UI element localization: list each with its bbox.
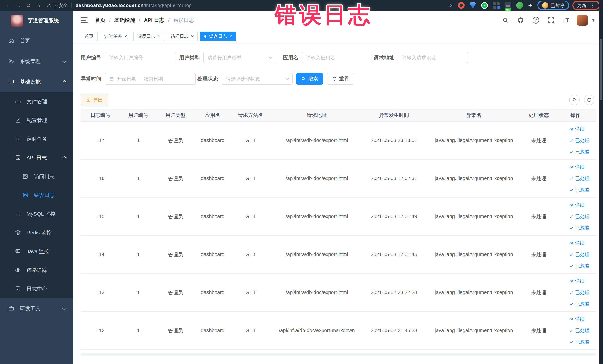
github-icon[interactable] <box>517 16 524 24</box>
sidebar-item-file[interactable]: 文件管理 <box>0 92 73 111</box>
breadcrumb-item[interactable]: 基础设施 <box>114 17 135 24</box>
sidebar-item-job[interactable]: 定时任务 <box>0 130 73 148</box>
sidebar-logo[interactable]: 芋道管理系统 <box>0 11 73 30</box>
search-button[interactable]: 搜索 <box>296 73 323 84</box>
font-size-icon[interactable]: TT <box>563 17 569 23</box>
action-detail-link[interactable]: 详细 <box>569 164 585 170</box>
user-id-input[interactable]: 请输入用户编号 <box>105 52 176 63</box>
browser-menu-dots-icon[interactable]: ⋮ <box>590 2 595 8</box>
sidebar-item-access-log[interactable]: 访问日志 <box>0 167 73 186</box>
refresh-table-button[interactable] <box>584 95 594 105</box>
browser-reload-icon[interactable]: ↻ <box>23 2 33 9</box>
sidebar-item-tools[interactable]: 研发工具 <box>0 298 73 319</box>
scrollbar-thumb[interactable] <box>600 39 602 100</box>
reset-button[interactable]: 重置 <box>327 73 354 84</box>
sidebar-item-redis[interactable]: Redis 监控 <box>0 223 73 242</box>
extensions-puzzle-icon[interactable]: ✦ <box>528 2 533 9</box>
select-chevron-icon <box>285 76 289 80</box>
action-ignored-link[interactable]: 已忽略 <box>569 301 590 307</box>
extension-grid-dot <box>497 6 500 9</box>
user-avatar[interactable] <box>577 15 588 26</box>
exception-time-range-picker[interactable]: 开始日期 - 结束日期 <box>105 73 196 84</box>
url-text[interactable]: dashboard.yudao.iocoder.cn/infra/log/api… <box>75 3 192 8</box>
close-icon[interactable]: × <box>230 34 232 39</box>
browser-update-button[interactable]: 更新 ⋮ <box>572 1 600 10</box>
action-ignored-link[interactable]: 已忽略 <box>569 187 590 193</box>
eye-icon <box>569 317 574 321</box>
extension-orange-icon[interactable] <box>458 2 464 9</box>
close-icon[interactable]: × <box>191 34 194 39</box>
close-icon[interactable]: × <box>158 34 160 39</box>
extension-shield-icon[interactable] <box>470 2 476 9</box>
paused-extension-badge[interactable]: 已暂停 <box>537 0 569 10</box>
cell-log-id: 115 <box>81 198 120 235</box>
browser-forward-icon[interactable]: → <box>13 2 23 9</box>
sidebar-item-infra[interactable]: 基础设施 <box>0 71 73 92</box>
browser-back-icon[interactable]: ← <box>3 2 13 9</box>
security-label[interactable]: 不安全 <box>54 2 68 9</box>
close-icon[interactable]: × <box>124 34 127 39</box>
action-processed-link[interactable]: 已处理 <box>569 327 590 334</box>
request-url-input[interactable]: 请输入请求地址 <box>398 52 468 63</box>
cell-user-type: 管理员 <box>156 198 195 235</box>
process-status-select[interactable]: 请选择处理状态 <box>221 73 292 84</box>
logo-avatar <box>11 15 23 26</box>
extension-green-check-icon[interactable]: ✓ <box>481 2 488 9</box>
document-edit-icon <box>22 192 28 198</box>
fullscreen-icon[interactable] <box>547 16 555 24</box>
hamburger-icon[interactable] <box>81 17 88 23</box>
hide-search-button[interactable] <box>569 95 580 105</box>
col-log-id: 日志编号 <box>81 109 120 121</box>
action-processed-link[interactable]: 已处理 <box>569 137 590 144</box>
sidebar-item-config[interactable]: 配置管理 <box>0 111 73 130</box>
avatar-caret-icon[interactable]: ▾ <box>592 18 594 23</box>
action-detail-link[interactable]: 详细 <box>569 240 585 246</box>
breadcrumb-item[interactable]: 首页 <box>95 17 105 24</box>
action-detail-link[interactable]: 详细 <box>569 202 585 208</box>
tab-job-log[interactable]: 调度日志× <box>133 32 164 41</box>
cell-method: GET <box>231 273 270 312</box>
app-name-input[interactable]: 请输入应用名 <box>302 52 372 63</box>
sidebar-item-system[interactable]: 系统管理 <box>0 51 73 71</box>
action-processed-link[interactable]: 已处理 <box>569 251 590 258</box>
sidebar-item-trace[interactable]: 链路追踪 <box>0 261 73 280</box>
check-icon <box>569 290 574 295</box>
check-icon <box>569 150 574 154</box>
action-processed-link[interactable]: 已处理 <box>569 213 590 220</box>
action-detail-link[interactable]: 详细 <box>569 126 585 132</box>
action-processed-link[interactable]: 已处理 <box>569 289 590 296</box>
action-ignored-link[interactable]: 已忽略 <box>569 339 590 345</box>
tab-home[interactable]: 首页 <box>81 32 98 41</box>
action-ignored-link[interactable]: 已忽略 <box>569 225 590 231</box>
sidebar-item-api-log[interactable]: API 日志 <box>0 148 73 167</box>
sidebar-item-mysql[interactable]: MySQL 监控 <box>0 205 73 223</box>
help-icon[interactable]: ? <box>532 16 540 24</box>
cell-actions: 详细 已处理 已忽略 <box>555 159 596 198</box>
breadcrumb-separator: / <box>109 17 111 23</box>
tab-job[interactable]: 定时任务× <box>100 32 131 41</box>
extension-switch-icon[interactable]: on <box>505 2 511 9</box>
action-ignored-link[interactable]: 已忽略 <box>569 149 590 155</box>
address-bar[interactable]: ⚠ 不安全 dashboard.yudao.iocoder.cn/infra/l… <box>47 2 192 9</box>
logo-title: 芋道管理系统 <box>28 17 59 24</box>
cell-process-status: 未处理 <box>523 159 555 198</box>
tab-error-log[interactable]: 错误日志× <box>200 32 236 41</box>
browser-home-icon[interactable]: ⌂ <box>33 2 43 9</box>
bookmark-star-icon[interactable]: ☆ <box>447 2 453 9</box>
cell-exception-time: 2021-05-03 12:01:45 <box>363 235 425 273</box>
export-button[interactable]: 导出 <box>81 94 108 106</box>
tab-access-log[interactable]: 访问日志× <box>167 32 198 41</box>
sidebar-item-java[interactable]: Java 监控 <box>0 242 73 261</box>
action-detail-link[interactable]: 详细 <box>569 278 585 284</box>
sidebar-item-error-log[interactable]: 错误日志 <box>0 186 73 205</box>
user-type-select[interactable]: 请选择用户类型 <box>203 52 276 63</box>
search-icon[interactable] <box>502 16 509 24</box>
action-processed-link[interactable]: 已处理 <box>569 175 590 182</box>
extension-grid-icon[interactable] <box>493 2 499 9</box>
sidebar-item-log-center[interactable]: 日志中心 <box>0 280 73 298</box>
action-detail-link[interactable]: 详细 <box>569 316 585 322</box>
breadcrumb-item[interactable]: API 日志 <box>144 17 164 24</box>
extension-leaf-icon[interactable] <box>515 1 524 10</box>
action-ignored-link[interactable]: 已忽略 <box>569 263 590 269</box>
sidebar-item-home[interactable]: 首页 <box>0 30 73 51</box>
